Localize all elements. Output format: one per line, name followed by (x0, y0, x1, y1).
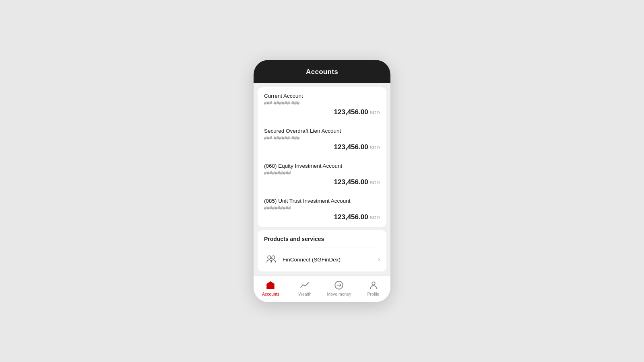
nav-label-profile: Profile (367, 292, 380, 296)
nav-item-profile[interactable]: Profile (361, 280, 386, 296)
account-currency-current: SGD (370, 110, 380, 115)
account-number-equity: ########## (264, 170, 380, 176)
account-balance-row-current: 123,456.00 SGD (264, 108, 380, 116)
nav-item-accounts[interactable]: Accounts (258, 280, 283, 296)
profile-icon (368, 280, 379, 290)
finconnect-chevron-icon: › (378, 256, 380, 263)
wealth-icon (299, 280, 310, 290)
svg-rect-2 (269, 286, 272, 289)
nav-label-accounts: Accounts (262, 292, 279, 296)
account-item-unit-trust[interactable]: (085) Unit Trust Investment Account ####… (258, 192, 386, 227)
account-number-current: ###-######-### (264, 100, 380, 106)
account-balance-equity: 123,456.00 (334, 178, 368, 186)
accounts-icon (265, 280, 276, 290)
account-name-equity: (068) Equity Investment Account (264, 163, 380, 169)
account-currency-overdraft: SGD (370, 145, 380, 150)
phone-frame: Accounts Current Account ###-######-### … (254, 60, 390, 302)
app-header: Accounts (254, 60, 390, 83)
account-number-unit-trust: ########## (264, 205, 380, 211)
finconnect-item[interactable]: FinConnect (SGFinDex) › (264, 247, 380, 272)
account-item-current[interactable]: Current Account ###-######-### 123,456.0… (258, 87, 386, 122)
account-balance-current: 123,456.00 (334, 108, 368, 116)
svg-point-4 (372, 282, 375, 285)
products-title: Products and services (264, 236, 380, 242)
account-name-current: Current Account (264, 93, 380, 99)
finconnect-icon (264, 252, 279, 267)
nav-label-move-money: Move money (327, 292, 351, 296)
accounts-card: Current Account ###-######-### 123,456.0… (258, 87, 386, 227)
account-balance-overdraft: 123,456.00 (334, 143, 368, 151)
page-title: Accounts (306, 68, 338, 76)
nav-item-wealth[interactable]: Wealth (293, 280, 317, 296)
account-currency-equity: SGD (370, 180, 380, 185)
nav-label-wealth: Wealth (298, 292, 312, 296)
account-item-equity[interactable]: (068) Equity Investment Account ########… (258, 157, 386, 192)
account-balance-row-unit-trust: 123,456.00 SGD (264, 213, 380, 221)
account-item-overdraft[interactable]: Secured Overdraft Lien Account ###-#####… (258, 122, 386, 157)
content-area: Current Account ###-######-### 123,456.0… (254, 83, 390, 276)
account-balance-row-overdraft: 123,456.00 SGD (264, 143, 380, 151)
move-money-icon (334, 280, 344, 290)
account-name-unit-trust: (085) Unit Trust Investment Account (264, 198, 380, 204)
products-card: Products and services FinConnect (SGFinD… (258, 230, 386, 272)
account-currency-unit-trust: SGD (370, 215, 380, 220)
account-balance-unit-trust: 123,456.00 (334, 213, 368, 221)
account-name-overdraft: Secured Overdraft Lien Account (264, 128, 380, 134)
account-number-overdraft: ###-######-### (264, 135, 380, 141)
nav-item-move-money[interactable]: Move money (327, 280, 351, 296)
bottom-nav: Accounts Wealth Move money (254, 276, 390, 302)
account-balance-row-equity: 123,456.00 SGD (264, 178, 380, 186)
finconnect-name: FinConnect (SGFinDex) (283, 257, 378, 263)
